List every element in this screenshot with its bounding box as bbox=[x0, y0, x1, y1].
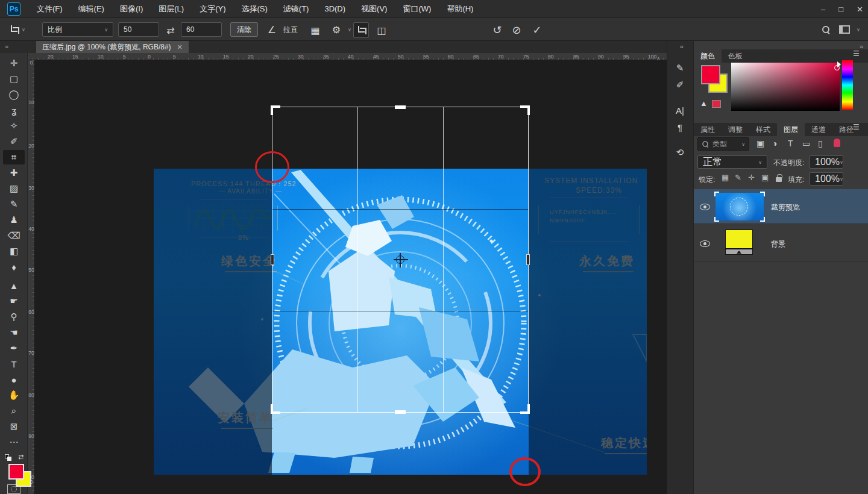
gamut-color-chip[interactable] bbox=[712, 100, 721, 108]
tool-preset-button[interactable]: ∨ bbox=[10, 22, 25, 37]
swap-dimensions-icon[interactable]: ⇄ bbox=[163, 22, 178, 38]
delete-cropped-pixels-toggle[interactable] bbox=[353, 22, 369, 38]
filter-toggle-pin[interactable] bbox=[834, 139, 840, 147]
crop-tool[interactable]: ⌗ bbox=[3, 150, 25, 164]
menu-item[interactable]: 3D(D) bbox=[316, 0, 353, 18]
hand-tool[interactable]: ✋ bbox=[3, 388, 25, 402]
menu-item[interactable]: 文字(Y) bbox=[192, 0, 233, 18]
layer-name[interactable]: 背景 bbox=[771, 239, 785, 249]
hue-slider-arrow[interactable] bbox=[837, 61, 841, 67]
sharpen-tool[interactable]: ▲ bbox=[3, 278, 25, 293]
panel-tab[interactable]: 属性 bbox=[694, 123, 722, 136]
opacity-dropdown[interactable]: 100% ∨ bbox=[810, 155, 843, 169]
menu-item[interactable]: 帮助(H) bbox=[439, 0, 481, 18]
lock-position-icon[interactable]: ✛ bbox=[748, 173, 755, 182]
character-panel[interactable]: A| bbox=[669, 102, 691, 118]
lock-pixels-icon[interactable]: ✎ bbox=[735, 173, 741, 182]
move-tool[interactable]: ✛ bbox=[3, 56, 25, 70]
healing-brush-tool[interactable]: ✚ bbox=[3, 166, 25, 180]
straighten-button[interactable]: ∠ 拉直 bbox=[264, 22, 298, 37]
layer-thumbnail[interactable] bbox=[715, 193, 764, 220]
panel-tab[interactable]: 样式 bbox=[749, 123, 777, 136]
brushes-panel[interactable]: ✐ bbox=[669, 77, 691, 93]
gamut-warning-icon[interactable]: ▲ bbox=[700, 99, 708, 108]
visibility-eye-icon[interactable] bbox=[700, 240, 710, 247]
swap-colors-icon[interactable]: ⇄ bbox=[18, 453, 24, 461]
content-aware-toggle[interactable]: ◫ bbox=[374, 22, 389, 38]
filter-pixel-layers-icon[interactable]: ▣ bbox=[756, 139, 764, 148]
menu-item[interactable]: 编辑(E) bbox=[71, 0, 112, 18]
crop-handle-bottom-left[interactable] bbox=[271, 404, 280, 414]
magic-wand-tool[interactable]: ✧ bbox=[3, 119, 25, 133]
workspace-switcher[interactable]: ∨ bbox=[839, 22, 860, 37]
ellipse-marquee-tool[interactable]: ◯ bbox=[3, 87, 25, 102]
overlay-options-icon[interactable]: ▦ bbox=[307, 22, 323, 38]
panel-tab[interactable]: 图层 bbox=[777, 123, 805, 136]
search-button[interactable] bbox=[822, 22, 829, 37]
history-panel[interactable]: ⟲ bbox=[669, 145, 691, 160]
layer-row-crop-preview[interactable]: 裁剪预览 bbox=[694, 189, 868, 224]
brush-settings-panel[interactable]: ✎ bbox=[669, 60, 691, 76]
quick-selection-tool[interactable]: ✐ bbox=[3, 134, 25, 149]
filter-adjustment-layers-icon[interactable]: ◑ bbox=[772, 139, 777, 148]
menu-item[interactable]: 图层(L) bbox=[151, 0, 192, 18]
brush-tool[interactable]: ✎ bbox=[3, 197, 25, 211]
paragraph-panel[interactable]: ¶ bbox=[669, 119, 691, 135]
hue-slider[interactable] bbox=[842, 60, 853, 110]
default-colors-icon[interactable] bbox=[5, 454, 12, 460]
panel-menu-icon[interactable]: ☰ bbox=[853, 52, 863, 55]
clear-button[interactable]: 清除 bbox=[230, 22, 258, 37]
visibility-eye-icon[interactable] bbox=[700, 204, 710, 210]
burn-tool[interactable]: ☚ bbox=[3, 325, 25, 340]
crop-handle-right[interactable] bbox=[526, 254, 530, 265]
crop-handle-bottom[interactable] bbox=[395, 410, 406, 414]
saturation-field[interactable] bbox=[731, 63, 840, 111]
crop-settings-button[interactable]: ⚙ ∨ bbox=[329, 22, 351, 37]
lasso-tool[interactable]: ʓ bbox=[3, 103, 25, 117]
lock-all-icon[interactable] bbox=[776, 177, 782, 182]
pen-tool[interactable]: ✒ bbox=[3, 341, 25, 355]
layer-thumbnail[interactable] bbox=[725, 230, 753, 249]
foreground-color-swatch[interactable] bbox=[8, 464, 24, 480]
type-tool[interactable]: T bbox=[3, 357, 25, 371]
filter-type-layers-icon[interactable]: T bbox=[788, 139, 793, 148]
document-tab[interactable]: 压缩后.jpg @ 100% (裁剪预览, RGB/8#) ✕ bbox=[36, 41, 189, 53]
tab-close-icon[interactable]: ✕ bbox=[177, 43, 183, 51]
gradient-tool[interactable]: ◧ bbox=[3, 244, 25, 258]
zoom-tool[interactable]: ⌕ bbox=[3, 404, 25, 418]
filter-smart-objects-icon[interactable]: ▯ bbox=[818, 139, 823, 148]
menu-item[interactable]: 文件(F) bbox=[29, 0, 71, 18]
layer-name[interactable]: 裁剪预览 bbox=[771, 202, 800, 213]
panel-tab[interactable]: 颜色 bbox=[694, 49, 722, 63]
crop-height-input[interactable]: 60 bbox=[181, 22, 222, 37]
maximize-button[interactable]: □ bbox=[838, 5, 843, 14]
shape-tool[interactable]: ● bbox=[3, 372, 25, 387]
panel-tab[interactable]: 调整 bbox=[722, 123, 749, 136]
crop-box[interactable] bbox=[272, 107, 529, 413]
expand-panels-icon[interactable]: » bbox=[5, 43, 7, 50]
lock-artboard-icon[interactable]: ▣ bbox=[761, 173, 769, 182]
crop-handle-bottom-right[interactable] bbox=[520, 404, 530, 414]
reset-crop-button[interactable]: ↺ bbox=[489, 22, 505, 38]
aspect-ratio-dropdown[interactable]: 比例 ∨ bbox=[42, 22, 113, 37]
menu-item[interactable]: 选择(S) bbox=[233, 0, 275, 18]
lock-transparent-icon[interactable]: ▦ bbox=[722, 173, 729, 182]
fill-dropdown[interactable]: 100% ∨ bbox=[810, 172, 843, 186]
rect-marquee-tool[interactable]: ▢ bbox=[3, 72, 25, 86]
panel-tab[interactable]: 色板 bbox=[722, 49, 749, 63]
dodge-tool[interactable]: ⚲ bbox=[3, 310, 25, 324]
menu-item[interactable]: 窗口(W) bbox=[395, 0, 439, 18]
blend-mode-dropdown[interactable]: 正常 ∨ bbox=[697, 155, 767, 169]
pattern-stamp-tool[interactable]: ▨ bbox=[3, 181, 25, 196]
filter-shape-layers-icon[interactable]: ▭ bbox=[802, 139, 810, 148]
commit-crop-button[interactable]: ✓ bbox=[529, 22, 545, 38]
menu-item[interactable]: 视图(V) bbox=[353, 0, 395, 18]
layer-filter-dropdown[interactable]: 类型 ∨ bbox=[697, 137, 749, 151]
crop-reference-point[interactable] bbox=[396, 255, 404, 264]
crop-handle-top-right[interactable] bbox=[520, 105, 530, 115]
crop-handle-top[interactable] bbox=[395, 105, 406, 109]
scroll-up-icon[interactable]: ∧ bbox=[656, 55, 661, 61]
panel-menu-icon[interactable]: ☰ bbox=[853, 126, 863, 129]
panel-tab[interactable]: 通道 bbox=[805, 123, 832, 136]
more-tools[interactable]: ⋯ bbox=[3, 435, 25, 449]
